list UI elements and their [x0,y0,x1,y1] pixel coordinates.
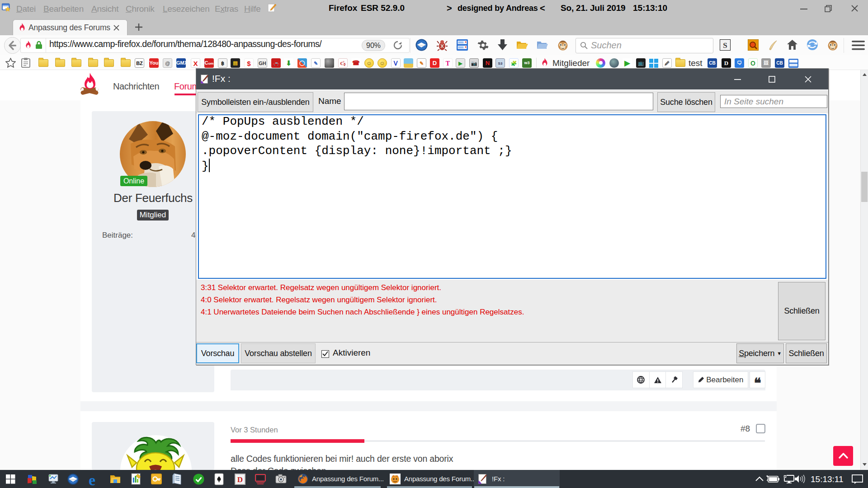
svg-text:D: D [237,475,243,484]
svg-text:S: S [723,41,727,50]
